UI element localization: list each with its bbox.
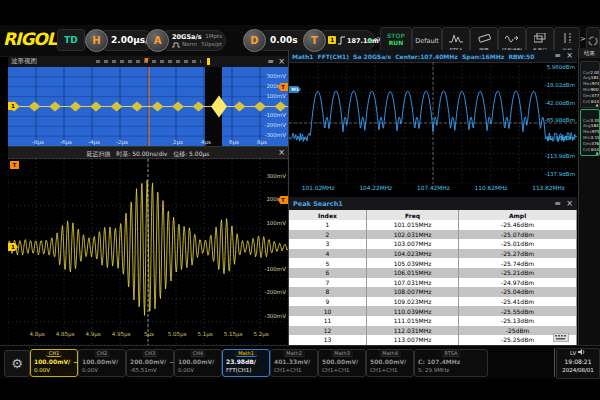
waveform-arrow-icon [505, 33, 520, 43]
peak-index-cell: 10 [289, 306, 367, 316]
main-time-label: 4μs [196, 140, 216, 146]
delayed-sweep-bar[interactable]: 延迟扫描 时基: 50.00ns/div 位移: 5.00μs × [8, 146, 288, 159]
zoom-volt-label: -100mV [264, 267, 286, 273]
keyboard-icon[interactable] [553, 333, 569, 342]
trigger-mode-badge[interactable]: TD [57, 29, 85, 51]
peak-ampl-cell: -25.41dBm [459, 297, 577, 307]
menu-icon[interactable]: ≡ [554, 200, 561, 208]
zoom-time-label: 5.2μs [250, 332, 272, 338]
menu-icon[interactable]: ≡ [267, 58, 274, 66]
peak-table-row[interactable]: 7107.031MHz-24.97dBm [289, 278, 577, 288]
delayed-sweep-text: 延迟扫描 时基: 50.00ns/div 位移: 5.00μs [8, 150, 288, 159]
measurement-stat-label: Cnt [583, 147, 590, 153]
peak-table-row[interactable]: 4104.023MHz-25.27dBm [289, 249, 577, 259]
main-time-label: 2μs [168, 140, 188, 146]
peak-table-row[interactable]: 12112.031MHz-25dBm [289, 326, 577, 336]
peak-freq-cell: 101.015MHz [367, 220, 459, 230]
trigger-knob[interactable]: T [303, 29, 326, 52]
peak-freq-cell: 105.039MHz [367, 258, 459, 268]
delay-knob[interactable]: D [243, 29, 266, 52]
channel-box-ch3[interactable]: CH3200.00mV/ ⎓ Ω-65.51mV [126, 349, 174, 377]
peak-table-row[interactable]: 3103.007MHz-25.01dBm [289, 239, 577, 249]
main-volt-label: -300mV [264, 133, 286, 139]
channel-box-math2[interactable]: Math2401.33mV/CH1+CH1 [270, 349, 318, 377]
channel-tab: Math3 [331, 350, 353, 357]
acquire-knob[interactable]: A [146, 29, 169, 52]
channel-tab: Math4 [379, 350, 401, 357]
channel-box-ch1[interactable]: CH1100.00mV/ ⎓ Ω0.00V [30, 349, 78, 377]
channel-offset: 0.00V [178, 367, 194, 373]
fft-plot[interactable]: 5.960dBm-18.02dBm-42.00dBm-65.98dBm-89.9… [289, 62, 577, 184]
peak-index-cell: 13 [289, 335, 367, 345]
zoom-time-label: 5.05μs [166, 332, 188, 338]
close-icon[interactable]: × [278, 58, 285, 66]
close-icon[interactable]: × [566, 52, 573, 60]
peak-table-row[interactable]: 6106.015MHz-25.21dBm [289, 268, 577, 278]
channel-scale: 401.33mV/ [274, 358, 310, 365]
system-clock-box[interactable]: LV 19:08:21 2024/08/01 [556, 348, 600, 379]
peak-table-row[interactable]: 10110.039MHz-25.55dBm [289, 306, 577, 316]
settings-gear-button[interactable]: ⚙ [4, 350, 30, 377]
main-waveform-area[interactable]: 300mV200mV100mV-100mV-200mV-300mV-8μs-6μ… [8, 67, 288, 146]
channel-tab: CH2 [94, 350, 110, 357]
memory-depth: 1Mpts [205, 33, 222, 39]
main-time-label: -2μs [112, 140, 132, 146]
channel-box-ch4[interactable]: CH4100.00mV/0.00V [174, 349, 222, 377]
trigger-corner-tag[interactable]: T [10, 161, 19, 169]
collapse-triangle-icon[interactable]: ▲ [596, 152, 599, 156]
collapse-chevron-icon[interactable]: < [374, 36, 380, 43]
peak-search-title: Peak Search1 [293, 200, 343, 208]
peak-table: IndexFreqAmpl1101.015MHz-25.46dBm2102.03… [289, 210, 577, 345]
main-volt-label: 300mV [266, 74, 286, 80]
sample-rate: 20GSa/s [172, 33, 202, 41]
peak-index-cell: 2 [289, 230, 367, 240]
expand-chevron-icon[interactable]: > [580, 36, 586, 43]
delayed-sweep-offset: 位移: 5.00μs [173, 150, 209, 157]
peak-search-header: Peak Search1 ≡ × [289, 197, 577, 211]
peak-freq-cell: 112.031MHz [367, 326, 459, 336]
system-status-row: LV [557, 349, 599, 357]
peak-table-row[interactable]: 9109.023MHz-25.41dBm [289, 297, 577, 307]
channel-offset: S: 29.9MHz [418, 367, 449, 373]
peak-table-row[interactable]: 13113.007MHz-25.25dBm [289, 335, 577, 345]
channel-box-math1[interactable]: Math123.98dB/FFT(CH1) [222, 349, 270, 377]
close-icon[interactable]: × [278, 149, 285, 157]
acq-mode-icon [172, 42, 180, 48]
measurement-card[interactable]: 正脉宽(C1)Cur3.3500nsAvg184.15nsMax975.45ns… [580, 109, 600, 156]
peak-index-cell: 12 [289, 326, 367, 336]
peak-table-row[interactable]: 2102.031MHz-25.07dBm [289, 230, 577, 240]
peak-table-row[interactable]: 11111.015MHz-25.13dBm [289, 316, 577, 326]
collapse-triangle-icon[interactable]: ▲ [596, 104, 599, 108]
channel-tab: RTSA [442, 350, 461, 357]
peak-ampl-cell: -25.04dBm [459, 287, 577, 297]
channel-box-math3[interactable]: Math3500.00mV/CH1+CH1 [318, 349, 366, 377]
zoom-window-marker[interactable] [207, 58, 210, 65]
stacked-windows-icon [534, 33, 546, 43]
gear-icon: ⚙ [11, 356, 23, 371]
zoom-time-label: 5.15μs [222, 332, 244, 338]
peak-table-row[interactable]: 8108.007MHz-25.04dBm [289, 287, 577, 297]
channel-box-ch2[interactable]: CH2100.00mV/0.00V [78, 349, 126, 377]
peak-table-row[interactable]: 5105.039MHz-25.74dBm [289, 258, 577, 268]
peak-table-header-row: IndexFreqAmpl [289, 210, 577, 220]
trigger-position-marker-icon[interactable]: ▼ [144, 57, 149, 63]
peak-index-cell: 11 [289, 316, 367, 326]
peak-table-row[interactable]: 1101.015MHz-25.46dBm [289, 220, 577, 230]
fft-trace-svg [289, 62, 577, 184]
channel-box-math4[interactable]: Math4500.00mV/CH1+CH1 [366, 349, 414, 377]
peak-freq-cell: 111.015MHz [367, 316, 459, 326]
rigol-logo: RIGOL [3, 31, 57, 48]
fft-db-label: -65.98dBm [545, 118, 575, 124]
measurement-card[interactable]: 上升时间(C1)Cur2.0000nsAvg181.05nsMax974.25n… [580, 61, 600, 108]
peak-index-cell: 6 [289, 268, 367, 278]
close-icon[interactable]: × [566, 200, 573, 208]
bottom-status-bar: ⚙ CH1100.00mV/ ⎓ Ω0.00VCH2100.00mV/0.00V… [0, 345, 600, 379]
channel-box-rtsa[interactable]: RTSAC: 107.4MHzS: 29.9MHz [414, 349, 488, 377]
main-time-label: 6μs [224, 140, 244, 146]
channel-scale: C: 107.4MHz [418, 358, 460, 365]
horizontal-knob[interactable]: H [85, 29, 108, 52]
channel-scale: 500.00mV/ [370, 358, 406, 365]
zoom-waveform-area[interactable]: 300mV200mV100mV-100mV-200mV-300mV4.8μs4.… [8, 159, 288, 345]
channel-scale: 100.00mV/ [82, 358, 118, 365]
menu-icon[interactable]: ≡ [554, 52, 561, 60]
